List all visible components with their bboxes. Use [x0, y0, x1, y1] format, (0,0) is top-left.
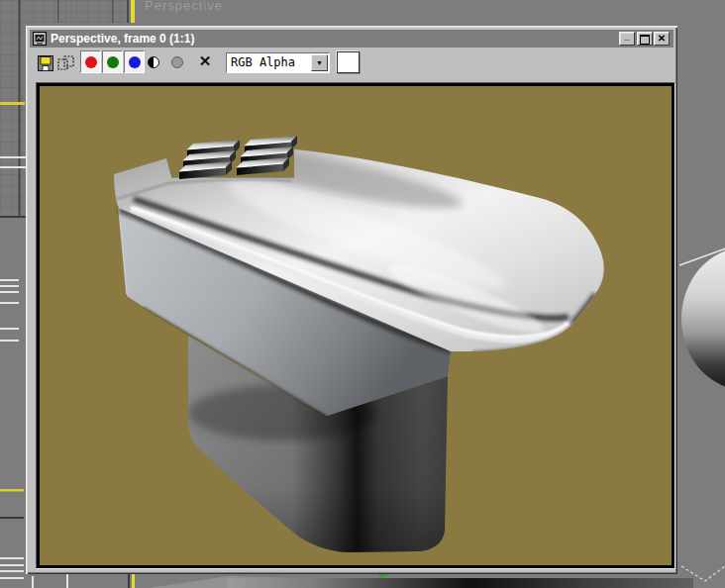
window-title: Perspective, frame 0 (1:1) [51, 32, 194, 46]
viewport-label: Perspective [145, 0, 223, 13]
minimize-button[interactable]: _ [619, 32, 635, 46]
rendered-image [40, 86, 672, 565]
clear-image-icon[interactable]: ✕ [196, 52, 214, 70]
rendered-frame-window: Perspective, frame 0 (1:1) _ ✕ ✕ [26, 26, 677, 574]
clone-window-icon[interactable] [57, 55, 74, 71]
chevron-down-icon[interactable]: ▼ [311, 54, 328, 71]
save-bitmap-icon[interactable] [38, 55, 53, 71]
channel-display-dropdown[interactable]: RGB Alpha ▼ [226, 52, 330, 73]
window-titlebar[interactable]: Perspective, frame 0 (1:1) [30, 30, 673, 48]
channel-display-value: RGB Alpha [231, 55, 295, 69]
red-channel-button[interactable] [80, 50, 101, 73]
alpha-channel-icon[interactable] [171, 56, 183, 68]
maximize-icon [640, 35, 650, 45]
green-channel-icon [107, 56, 119, 68]
green-channel-button[interactable] [102, 50, 123, 73]
render-canvas-frame [36, 82, 675, 569]
close-button[interactable]: ✕ [654, 32, 670, 46]
red-channel-icon [85, 56, 97, 68]
clear-color-swatch[interactable] [337, 51, 360, 73]
monochrome-channel-icon[interactable] [148, 56, 159, 68]
blue-channel-button[interactable] [124, 50, 145, 73]
blue-channel-icon [129, 56, 141, 68]
screen: Perspective Perspective, frame 0 (1:1) _… [0, 0, 725, 588]
window-icon [33, 32, 47, 46]
maximize-button[interactable] [637, 32, 653, 46]
